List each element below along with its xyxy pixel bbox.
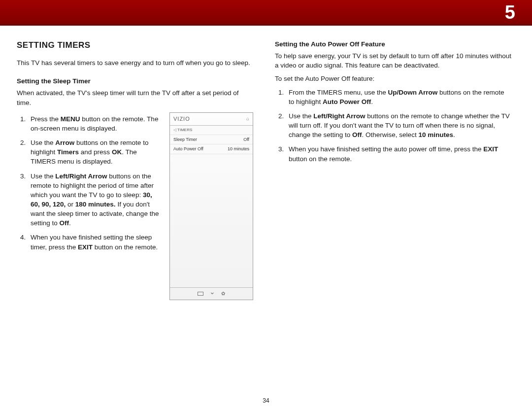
tv-row-value: 10 minutes	[228, 146, 249, 152]
sleep-heading: Setting the Sleep Timer	[17, 76, 253, 86]
tv-menu-spacer	[170, 154, 253, 287]
gear-icon	[221, 290, 225, 297]
tv-menu-row-autopower: Auto Power Off 10 minutes	[170, 144, 253, 154]
sleep-intro: When activated, the TV's sleep timer wil…	[17, 88, 253, 107]
tv-row-value: Off	[243, 137, 249, 143]
wide-icon	[198, 292, 203, 296]
tv-menu-title: TIMERS	[173, 127, 192, 133]
auto-lead: To set the Auto Power Off feature:	[275, 74, 511, 83]
tv-menu-header: VIZIO ⌂	[170, 113, 253, 126]
tv-menu-title-row: TIMERS	[170, 126, 253, 135]
auto-step-3: When you have finished setting the auto …	[286, 144, 511, 163]
auto-heading: Setting the Auto Power Off Feature	[275, 39, 511, 49]
sleep-steps: Press the MENU button on the remote. The…	[17, 114, 162, 257]
page-number: 34	[0, 397, 532, 404]
auto-step-2: Use the Left/Right Arrow buttons on the …	[286, 111, 511, 139]
tv-menu-graphic: VIZIO ⌂ TIMERS Sleep Timer Off Auto Powe…	[169, 112, 253, 301]
sleep-step-1: Press the MENU button on the remote. The…	[28, 114, 162, 133]
chevron-down-icon	[209, 290, 215, 297]
sleep-step-3: Use the Left/Right Arrow buttons on the …	[28, 171, 162, 228]
auto-steps: From the TIMERS menu, use the Up/Down Ar…	[275, 88, 511, 164]
sleep-step-4: When you have finished setting the sleep…	[28, 233, 162, 251]
tv-menu-row-sleep: Sleep Timer Off	[170, 135, 253, 145]
chapter-number: 5	[505, 2, 515, 23]
tv-row-label: Sleep Timer	[173, 137, 197, 143]
auto-step-1: From the TIMERS menu, use the Up/Down Ar…	[286, 88, 511, 106]
auto-intro: To help save energy, your TV is set by d…	[275, 51, 511, 70]
sleep-step-2: Use the Arrow buttons on the remote to h…	[28, 138, 162, 166]
right-column: Setting the Auto Power Off Feature To he…	[275, 39, 511, 300]
tv-row-label: Auto Power Off	[173, 146, 203, 152]
tv-menu-footer	[170, 287, 253, 300]
home-icon: ⌂	[246, 115, 249, 122]
page-content: SETTING TIMERS This TV has several timer…	[0, 26, 532, 300]
chapter-header: 5	[0, 0, 532, 26]
left-column: SETTING TIMERS This TV has several timer…	[17, 39, 253, 300]
section-heading: SETTING TIMERS	[17, 39, 253, 51]
section-intro: This TV has several timers to save energ…	[17, 58, 253, 68]
sleep-steps-with-graphic: Press the MENU button on the remote. The…	[17, 111, 253, 301]
tv-logo: VIZIO	[173, 115, 190, 123]
